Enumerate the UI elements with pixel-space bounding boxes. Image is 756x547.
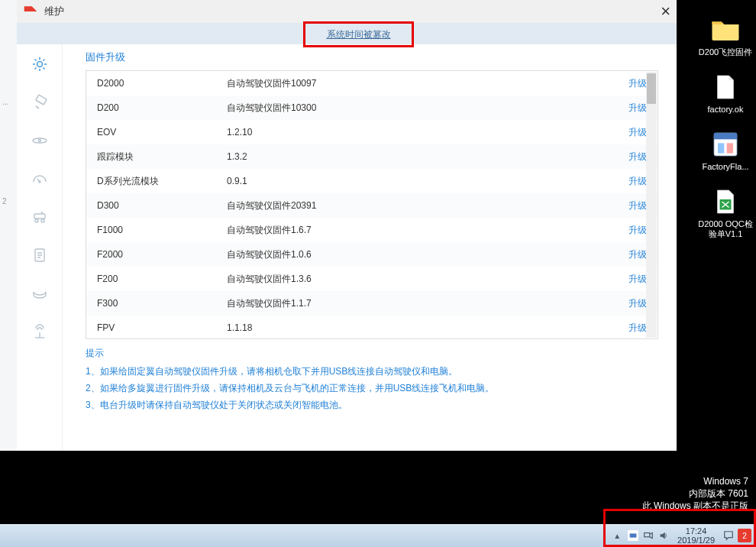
svg-point-0 (37, 62, 42, 67)
upgrade-link[interactable]: 升级 (628, 249, 647, 260)
propeller-icon[interactable] (29, 130, 50, 151)
action-center-icon[interactable] (722, 529, 735, 542)
upgrade-link[interactable]: 升级 (628, 225, 647, 235)
firmware-name: D300 (97, 200, 227, 211)
volume-icon[interactable] (657, 529, 670, 542)
tips-title: 提示 (86, 347, 658, 360)
svg-rect-12 (727, 143, 733, 153)
firmware-version: 自动驾驶仪固件10300 (227, 102, 609, 115)
upgrade-link[interactable]: 升级 (628, 176, 647, 186)
desktop-icon-file[interactable]: factory.ok (697, 71, 754, 115)
folder-icon (709, 14, 741, 46)
eraser-icon[interactable] (29, 92, 50, 113)
rover-icon[interactable] (29, 206, 50, 228)
firmware-version: 自动驾驶仪固件10097 (227, 77, 609, 90)
firmware-name: EOV (97, 127, 227, 138)
tray-app-icon[interactable] (627, 529, 639, 542)
window-title: 维护 (44, 5, 64, 18)
desktop-icon-folder[interactable]: D200飞控固件 (697, 14, 754, 57)
firmware-name: F300 (97, 298, 227, 309)
file-icon (709, 71, 741, 103)
firmware-row: D300自动驾驶仪固件20391升级 (86, 193, 657, 218)
close-button[interactable]: × (661, 2, 670, 21)
body-area: 固件升级 D2000自动驾驶仪固件10097升级D200自动驾驶仪固件10300… (17, 44, 677, 451)
upgrade-link[interactable]: 升级 (628, 102, 647, 113)
firmware-row: D2000自动驾驶仪固件10097升级 (86, 71, 657, 95)
time-warning-link[interactable]: 系统时间被篡改 (327, 28, 391, 41)
upgrade-link[interactable]: 升级 (628, 78, 647, 89)
band-icon[interactable] (29, 283, 50, 304)
document-icon[interactable] (29, 244, 50, 266)
notification-badge[interactable]: 2 (738, 529, 751, 542)
svg-rect-11 (718, 143, 724, 153)
firmware-name: D系列光流模块 (97, 175, 227, 188)
firmware-name: FPV (97, 322, 227, 333)
tips-container: 1、如果给固定翼自动驾驶仪固件升级，请将相机仓取下并用USB线连接自动驾驶仪和电… (86, 363, 658, 413)
windows-watermark: Windows 7 内部版本 7601 此 Windows 副本不是正版 (642, 475, 748, 512)
section-title: 固件升级 (86, 50, 658, 64)
firmware-version: 自动驾驶仪固件20391 (227, 199, 609, 212)
svg-point-3 (38, 140, 40, 142)
desktop-icons: D200飞控固件 factory.ok FactoryFla... D2000 … (695, 14, 756, 239)
firmware-version: 自动驾驶仪固件1.3.6 (227, 273, 609, 286)
firmware-name: F2000 (97, 249, 227, 260)
upgrade-link[interactable]: 升级 (628, 322, 647, 333)
tip-line: 2、如果给多旋翼进行固件升级，请保持相机及云台与飞机的正常连接，并用USB线连接… (86, 380, 658, 396)
time-warning-highlight: 系统时间被篡改 (303, 21, 414, 47)
firmware-version: 1.2.10 (227, 127, 609, 138)
desktop-icon-xls[interactable]: D2000 OQC检验单V1.1 (697, 186, 754, 239)
scrollbar[interactable] (646, 72, 657, 338)
firmware-version: 1.1.18 (227, 322, 609, 333)
firmware-row: EOV1.2.10升级 (86, 120, 657, 144)
background-window-slice: ... 2 (0, 0, 17, 451)
firmware-row: 跟踪模块1.3.2升级 (86, 144, 657, 169)
firmware-row: F2000自动驾驶仪固件1.0.6升级 (86, 242, 657, 267)
firmware-name: F1000 (97, 225, 227, 235)
app-icon (709, 128, 741, 160)
firmware-version: 1.3.2 (227, 151, 609, 162)
firmware-table: D2000自动驾驶仪固件10097升级D200自动驾驶仪固件10300升级EOV… (86, 70, 658, 339)
maintenance-window: 维护 × 系统时间被篡改 (17, 0, 677, 451)
gauge-icon[interactable] (29, 168, 50, 189)
upgrade-link[interactable]: 升级 (628, 127, 647, 138)
firmware-version: 自动驾驶仪固件1.1.7 (227, 297, 609, 310)
firmware-row: F200自动驾驶仪固件1.3.6升级 (86, 267, 657, 291)
upgrade-link[interactable]: 升级 (628, 200, 647, 211)
firmware-name: F200 (97, 274, 227, 284)
upgrade-link[interactable]: 升级 (628, 274, 647, 284)
firmware-row: D200自动驾驶仪固件10300升级 (86, 95, 657, 120)
tray-expand-icon[interactable]: ▲ (613, 532, 621, 540)
upgrade-link[interactable]: 升级 (628, 151, 647, 162)
firmware-name: D200 (97, 102, 227, 113)
scrollbar-thumb[interactable] (647, 73, 656, 104)
firmware-row: FPV1.1.18升级 (86, 316, 657, 338)
main-content: 固件升级 D2000自动驾驶仪固件10097升级D200自动驾驶仪固件10300… (63, 44, 677, 451)
firmware-row: D系列光流模块0.9.1升级 (86, 169, 657, 193)
firmware-version: 0.9.1 (227, 176, 609, 186)
svg-point-7 (41, 219, 44, 222)
firmware-row: F1000自动驾驶仪固件1.6.7升级 (86, 218, 657, 242)
taskbar-clock[interactable]: 17:24 2019/1/29 (673, 526, 719, 545)
tip-line: 3、电台升级时请保持自动驾驶仪处于关闭状态或关闭智能电池。 (86, 396, 658, 413)
sidebar (17, 44, 63, 451)
network-icon[interactable] (642, 529, 654, 542)
firmware-scroll[interactable]: D2000自动驾驶仪固件10097升级D200自动驾驶仪固件10300升级EOV… (86, 71, 657, 338)
svg-rect-5 (34, 214, 45, 218)
antenna-icon[interactable] (29, 321, 50, 342)
gear-icon[interactable] (29, 53, 50, 75)
desktop-icon-app[interactable]: FactoryFla... (697, 128, 754, 172)
svg-rect-15 (630, 533, 637, 537)
firmware-name: D2000 (97, 78, 227, 89)
top-banner: 系统时间被篡改 (17, 23, 677, 44)
svg-rect-1 (35, 95, 46, 105)
svg-rect-10 (714, 133, 737, 139)
taskbar: ▲ 17:24 2019/1/29 2 (0, 524, 756, 547)
upgrade-link[interactable]: 升级 (628, 298, 647, 309)
firmware-version: 自动驾驶仪固件1.6.7 (227, 224, 609, 237)
spreadsheet-icon (709, 186, 741, 218)
app-logo-icon (23, 4, 38, 19)
tip-line: 1、如果给固定翼自动驾驶仪固件升级，请将相机仓取下并用USB线连接自动驾驶仪和电… (86, 363, 658, 380)
titlebar: 维护 × (17, 0, 677, 23)
firmware-version: 自动驾驶仪固件1.0.6 (227, 248, 609, 261)
firmware-row: F300自动驾驶仪固件1.1.7升级 (86, 291, 657, 316)
